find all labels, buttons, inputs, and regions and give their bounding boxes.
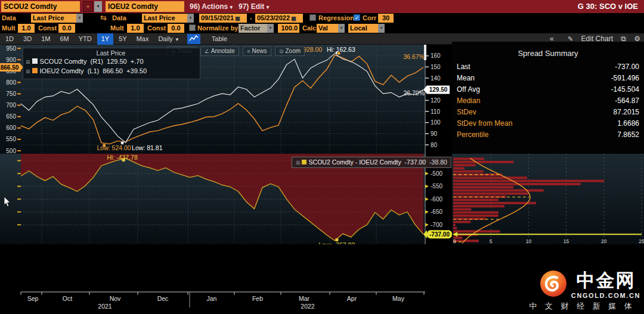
summary-row: Percentile7.8652 [457, 129, 639, 141]
zoom-button[interactable]: ⊙Zoom [275, 46, 305, 56]
data2-dropdown-icon[interactable]: ▾ [187, 14, 194, 23]
summary-row: Median-564.87 [457, 95, 639, 107]
svg-text:110: 110 [431, 108, 440, 115]
swap-securities-icon[interactable]: ⇆ [100, 13, 107, 22]
table-button[interactable]: Table [208, 33, 231, 45]
summary-value: -591.496 [611, 73, 639, 84]
summary-label: Mean [457, 73, 475, 84]
calendar-icon: ▦ [235, 15, 240, 21]
tab-5y[interactable]: 5Y [114, 33, 131, 45]
corr-window-field[interactable]: 30 [378, 14, 394, 23]
mult2-label: Mult [110, 24, 124, 33]
summary-row: Off Avg-145.504 [457, 84, 639, 95]
svg-text:Jan: Jan [207, 295, 217, 302]
controls-row-2: Mult 1.0 Const 0.0 Mult 1.0 Const 0.0 No… [0, 23, 644, 33]
svg-text:140: 140 [431, 75, 441, 82]
tab-1m[interactable]: 1M [37, 33, 54, 45]
summary-value: -737.00 [615, 61, 639, 73]
factor-dropdown[interactable]: Factor [239, 24, 267, 33]
tab-ytd[interactable]: YTD [75, 33, 96, 45]
logo-cn-text: 中金网 [571, 268, 640, 293]
news-button[interactable]: ≡News [243, 46, 271, 56]
tab-max[interactable]: Max [132, 33, 153, 45]
mult1-field[interactable]: 1.0 [18, 24, 35, 33]
cngold-watermark: 中金网 CNGOLD.COM.CN 中 文 财 经 新 媒 体 [524, 268, 640, 312]
factor-dropdown-icon[interactable]: ▾ [267, 24, 274, 33]
svg-text:36.67%: 36.67% [403, 53, 425, 60]
chevron-down-icon: ▼ [175, 37, 179, 42]
const2-field[interactable]: 0.0 [168, 24, 184, 33]
corr-checkbox[interactable]: ✓ [354, 14, 360, 21]
factor-amount-field[interactable]: 100.0 [278, 24, 299, 33]
svg-text:2021: 2021 [98, 303, 112, 310]
svg-text:750: 750 [6, 91, 16, 97]
svg-text:20: 20 [601, 238, 607, 244]
window-title: G 30: SCO v IOE [578, 0, 638, 13]
start-date-field[interactable]: 09/15/2021▦ [199, 14, 247, 23]
mult2-field[interactable]: 1.0 [127, 24, 144, 33]
tab-6m[interactable]: 6M [55, 33, 73, 45]
legend-title: Last Price [26, 49, 196, 57]
normalize-checkbox[interactable] [189, 24, 196, 31]
spread-histogram-plot[interactable]: 0510152025 [452, 154, 644, 244]
tab-1y[interactable]: 1Y [97, 33, 113, 45]
svg-text:May: May [392, 295, 405, 302]
expand-icon[interactable]: ⊞ [296, 160, 301, 166]
annotate-label: Annotate [211, 48, 235, 54]
svg-text:866.50: 866.50 [1, 64, 19, 71]
data1-dropdown-icon[interactable]: ▾ [76, 14, 83, 23]
svg-text:650: 650 [6, 113, 16, 120]
spread-operator-box[interactable]: - [83, 1, 93, 12]
tab-3d[interactable]: 3D [19, 33, 36, 45]
legend-row-scou2[interactable]: ⊞SCOU2 Comdty (R1) 129.50 +.70 [26, 57, 196, 67]
svg-text:Low: -767.80: Low: -767.80 [319, 241, 355, 245]
const1-field[interactable]: 0.0 [58, 24, 75, 33]
regression-checkbox[interactable] [309, 14, 316, 21]
summary-value: -145.504 [611, 84, 639, 95]
calc-dropdown[interactable]: Val [317, 24, 338, 33]
edit-menu-label: 97) Edit [239, 2, 264, 11]
svg-text:Mar: Mar [299, 295, 310, 302]
expand-icon[interactable]: ⊞ [26, 59, 30, 65]
expand-icon[interactable]: ⊞ [26, 69, 30, 74]
data1-dropdown[interactable]: Last Price [31, 14, 76, 23]
svg-text:Hi: -437.78: Hi: -437.78 [107, 154, 138, 161]
frequency-dropdown[interactable]: Daily ▼ [154, 33, 183, 45]
actions-menu[interactable]: 96) Actions ▾ [190, 0, 233, 13]
security1-field[interactable]: SCOU2 Comdty [1, 1, 80, 12]
chart-type-button[interactable] [187, 34, 200, 44]
spread-last: -737.00 [405, 158, 426, 166]
summary-title: Spread Summary [452, 49, 644, 58]
security2-field[interactable]: IOEU2 Comdty [106, 1, 184, 12]
legend-row-ioeu2[interactable]: ⊞IOEU2 Comdty (L1) 866.50 +39.50 [26, 67, 196, 76]
ioeu2-name: IOEU2 Comdty [40, 67, 84, 74]
svg-text:600: 600 [6, 125, 16, 131]
edit-menu[interactable]: 97) Edit ▾ [239, 0, 269, 13]
summary-label: StDev [457, 107, 476, 118]
time-axis: SepOctNovDecJanFebMarAprMay20212022 [0, 290, 452, 313]
svg-text:80: 80 [431, 142, 438, 148]
tab-1d[interactable]: 1D [1, 33, 18, 45]
line-chart-icon [189, 35, 199, 42]
chevron-down-icon: ▾ [267, 4, 270, 10]
spread-change: -38.80 [429, 158, 447, 166]
end-date-field[interactable]: 05/23/2022▦ [255, 14, 303, 23]
svg-text:Dec: Dec [157, 295, 169, 302]
annotate-button[interactable]: ∠Annotate [200, 46, 239, 56]
currency-dropdown[interactable]: Local [348, 24, 378, 33]
svg-text:Sep: Sep [27, 295, 39, 302]
calc-dropdown-icon[interactable]: ▾ [338, 24, 345, 33]
summary-value: 87.2015 [614, 107, 639, 118]
summary-value: 7.8652 [617, 129, 639, 141]
scou2-last: 129.50 [107, 58, 127, 65]
magnifier-icon: ⊙ [279, 48, 284, 54]
operator-dropdown-icon[interactable]: ▾ [94, 1, 102, 12]
data2-dropdown[interactable]: Last Price [142, 14, 187, 23]
data1-label: Data [2, 14, 16, 23]
svg-text:5: 5 [490, 238, 493, 244]
logo-tagline: 中 文 财 经 新 媒 体 [524, 301, 640, 312]
currency-dropdown-icon[interactable]: ▾ [378, 24, 385, 33]
controls-row-1: Data Last Price ▾ ⇆ Data Last Price ▾ 09… [0, 13, 644, 23]
svg-text:-550: -550 [431, 183, 442, 189]
spread-legend-box[interactable]: ⊞SCOU2 Comdty - IOEU2 Comdty -737.00 -38… [292, 157, 451, 168]
